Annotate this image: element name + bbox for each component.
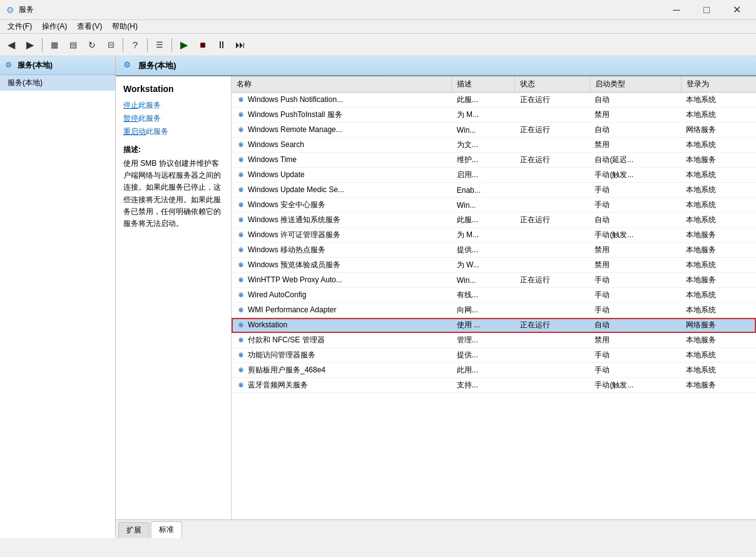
table-row[interactable]: 功能访问管理器服务 提供... 手动 本地系统: [232, 348, 756, 363]
cell-status: 正在运行: [515, 153, 590, 168]
cell-desc: 为 W...: [452, 258, 515, 273]
separator-1: [42, 38, 43, 52]
show-extended-button[interactable]: ▤: [64, 36, 82, 54]
cell-status: [515, 243, 590, 258]
help-button[interactable]: ?: [126, 36, 144, 54]
cell-status: 正在运行: [515, 318, 590, 333]
window-title: 服务: [19, 4, 662, 15]
cell-status: [515, 168, 590, 183]
cell-startup: 手动(触发...: [590, 168, 681, 183]
table-row[interactable]: Windows Time 维护... 正在运行 自动(延迟... 本地服务: [232, 153, 756, 168]
pause-link[interactable]: 暂停此服务: [123, 113, 223, 124]
sidebar-item-local-services[interactable]: 服务(本地): [0, 75, 115, 91]
col-name[interactable]: 名称: [232, 76, 452, 93]
restart-link[interactable]: 重启动此服务: [123, 126, 223, 137]
table-row[interactable]: WinHTTP Web Proxy Auto... Win... 正在运行 手动…: [232, 273, 756, 288]
table-row[interactable]: 蓝牙音频网关服务 支持... 手动(触发... 本地服务: [232, 378, 756, 393]
menu-file[interactable]: 文件(F): [3, 20, 37, 33]
services-table: 名称 描述 状态 启动类型 登录为 Windows Push Notificat…: [232, 76, 756, 393]
col-login[interactable]: 登录为: [681, 76, 756, 93]
content-gear-icon: ⚙: [123, 60, 135, 71]
menu-view[interactable]: 查看(V): [72, 20, 107, 33]
cell-desc: 为 M...: [452, 108, 515, 123]
table-row[interactable]: Windows 许可证管理器服务 为 M... 手动(触发... 本地服务: [232, 228, 756, 243]
table-row[interactable]: Workstation 使用 ... 正在运行 自动 网络服务: [232, 318, 756, 333]
table-row[interactable]: 付款和 NFC/SE 管理器 管理... 禁用 本地服务: [232, 333, 756, 348]
restart-button[interactable]: ⏭: [232, 36, 249, 54]
bottom-tabs: 扩展 标准: [116, 519, 756, 538]
minimize-button[interactable]: ─: [662, 0, 691, 20]
cell-status: [515, 108, 590, 123]
stop-link[interactable]: 停止此服务: [123, 100, 223, 111]
table-row[interactable]: Windows Remote Manage... Win... 正在运行 自动 …: [232, 123, 756, 138]
play-button[interactable]: ▶: [175, 36, 193, 54]
cell-name: 剪贴板用户服务_468e4: [232, 363, 452, 378]
forward-button[interactable]: ▶: [21, 36, 39, 54]
cell-name: Workstation: [232, 318, 452, 333]
table-row[interactable]: WMI Performance Adapter 向网... 手动 本地系统: [232, 303, 756, 318]
window-icon: ⚙: [5, 5, 15, 15]
tab-standard[interactable]: 标准: [151, 521, 182, 538]
cell-login: 网络服务: [681, 318, 756, 333]
cell-name: Windows Update Medic Se...: [232, 183, 452, 198]
cell-name: Windows Push Notification...: [232, 93, 452, 108]
services-table-container[interactable]: 名称 描述 状态 启动类型 登录为 Windows Push Notificat…: [232, 76, 756, 519]
table-row[interactable]: Windows 安全中心服务 Win... 手动 本地系统: [232, 198, 756, 213]
cell-login: 本地系统: [681, 363, 756, 378]
close-button[interactable]: ✕: [722, 0, 751, 20]
col-status[interactable]: 状态: [515, 76, 590, 93]
table-row[interactable]: Windows Push Notification... 此服... 正在运行 …: [232, 93, 756, 108]
table-row[interactable]: Windows 推送通知系统服务 此服... 正在运行 自动 本地系统: [232, 213, 756, 228]
tab-expand[interactable]: 扩展: [118, 522, 150, 538]
table-row[interactable]: Windows Update 启用... 手动(触发... 本地系统: [232, 168, 756, 183]
cell-name: Windows 移动热点服务: [232, 243, 452, 258]
cell-name: Windows PushToInstall 服务: [232, 108, 452, 123]
table-row[interactable]: Windows PushToInstall 服务 为 M... 禁用 本地系统: [232, 108, 756, 123]
maximize-button[interactable]: □: [692, 0, 721, 20]
cell-startup: 自动: [590, 213, 681, 228]
table-row[interactable]: Windows Update Medic Se... Enab... 手动 本地…: [232, 183, 756, 198]
stop-button[interactable]: ■: [194, 36, 212, 54]
show-standard-button[interactable]: ▦: [46, 36, 63, 54]
cell-name: Windows Remote Manage...: [232, 123, 452, 138]
cell-login: 本地系统: [681, 198, 756, 213]
cell-name: Wired AutoConfig: [232, 288, 452, 303]
refresh-button[interactable]: ↻: [83, 36, 101, 54]
cell-desc: 此服...: [452, 213, 515, 228]
cell-name: Windows 安全中心服务: [232, 198, 452, 213]
sidebar-gear-icon: ⚙: [5, 61, 15, 71]
table-row[interactable]: Windows 移动热点服务 提供... 禁用 本地服务: [232, 243, 756, 258]
col-startup[interactable]: 启动类型: [590, 76, 681, 93]
toolbar: ◀ ▶ ▦ ▤ ↻ ⊟ ? ☰ ▶ ■ ⏸ ⏭: [0, 34, 756, 56]
cell-name: Windows 预览体验成员服务: [232, 258, 452, 273]
cell-login: 本地系统: [681, 348, 756, 363]
cell-status: [515, 378, 590, 393]
cell-startup: 自动: [590, 318, 681, 333]
cell-desc: Enab...: [452, 183, 515, 198]
table-row[interactable]: 剪贴板用户服务_468e4 此用... 手动 本地系统: [232, 363, 756, 378]
menu-help[interactable]: 帮助(H): [107, 20, 143, 33]
cell-login: 本地系统: [681, 213, 756, 228]
export-button[interactable]: ⊟: [102, 36, 120, 54]
cell-desc: Win...: [452, 123, 515, 138]
cell-login: 本地服务: [681, 378, 756, 393]
table-row[interactable]: Wired AutoConfig 有线... 手动 本地系统: [232, 288, 756, 303]
cell-name: WMI Performance Adapter: [232, 303, 452, 318]
sidebar-title: 服务(本地): [18, 60, 53, 71]
cell-status: [515, 288, 590, 303]
menu-action[interactable]: 操作(A): [37, 20, 72, 33]
table-row[interactable]: Windows 预览体验成员服务 为 W... 禁用 本地系统: [232, 258, 756, 273]
pause-button[interactable]: ⏸: [213, 36, 230, 54]
separator-2: [123, 38, 123, 52]
cell-desc: 此用...: [452, 363, 515, 378]
cell-startup: 手动: [590, 183, 681, 198]
cell-login: 本地服务: [681, 243, 756, 258]
cell-name: 功能访问管理器服务: [232, 348, 452, 363]
table-row[interactable]: Windows Search 为文... 禁用 本地系统: [232, 138, 756, 153]
cell-desc: 提供...: [452, 243, 515, 258]
left-panel: Workstation 停止此服务 暂停此服务 重启动此服务 描述: 使用 SM…: [116, 76, 232, 519]
col-desc[interactable]: 描述: [452, 76, 515, 93]
back-button[interactable]: ◀: [3, 36, 20, 54]
properties-button[interactable]: ☰: [151, 36, 168, 54]
cell-startup: 手动: [590, 348, 681, 363]
